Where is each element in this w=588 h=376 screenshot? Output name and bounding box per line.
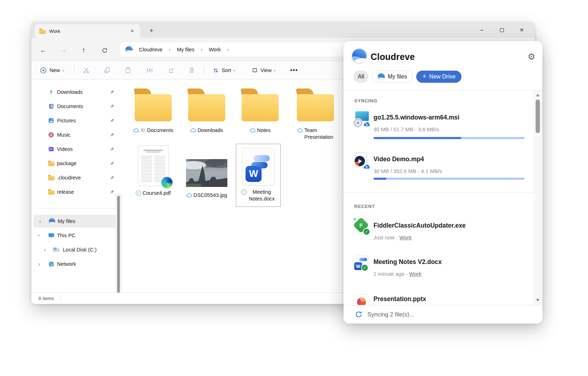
breadcrumb-work[interactable]: Work [207,46,223,54]
sidebar-scrollbar[interactable] [115,194,122,304]
rename-button[interactable] [143,61,157,80]
sort-button[interactable]: Sort › [209,61,239,80]
scroll-down-arrow[interactable] [536,299,540,301]
refresh-button[interactable] [98,45,110,56]
sidebar-item-my-files[interactable]: › My files [31,214,129,228]
sidebar-item-downloads[interactable]: Downloads [31,85,129,99]
cloudreve-drive-icon [378,73,385,80]
back-button[interactable]: ← [37,45,49,56]
sync-progress-icon [355,311,362,318]
sidebar-item-network[interactable]: › Network [31,257,129,271]
chevron-right-icon[interactable]: › [44,247,46,253]
more-options-button[interactable]: ••• [288,61,300,80]
copy-button[interactable] [100,61,114,80]
folder-tile-notes[interactable]: Notes [233,88,287,134]
chevron-down-icon[interactable]: › [36,235,42,237]
items-count: 8 items [38,296,54,301]
folder-icon [48,189,55,195]
paste-button[interactable] [121,61,135,80]
new-button[interactable]: New › [36,61,68,80]
recent-item-location-link[interactable]: Work [409,271,422,277]
new-drive-button[interactable]: + New Drive [416,71,461,83]
tab-work[interactable]: Work ✕ [35,24,140,38]
synced-check-badge: ✓ [361,264,368,271]
panel-scrollbar-thumb[interactable] [536,100,540,133]
tab-close-icon[interactable]: ✕ [129,28,136,34]
tab-title: Work [49,29,129,34]
file-name: Meeting Notes.docx [248,189,276,202]
file-tile-meeting-notes-docx[interactable]: W ✓ Meeting Notes.docx [232,144,285,202]
share-icon [167,67,175,74]
chevron-right-icon[interactable]: › [38,261,40,267]
chevron-right-icon[interactable]: › [39,218,41,224]
cut-button[interactable] [79,61,93,80]
sidebar-item-package[interactable]: package [31,156,129,171]
progress-bar [373,137,525,139]
settings-gear-icon[interactable]: ⚙ [527,52,535,61]
sidebar-item-cloudreve-folder[interactable]: .cloudreve [31,171,129,185]
sidebar-item-music[interactable]: Music [31,128,129,142]
sidebar-label: Documents [57,103,83,109]
minimize-button[interactable]: – [472,22,492,38]
sidebar-label: Music [57,132,71,138]
recent-item-location-link[interactable]: Work [399,234,412,240]
sidebar-item-local-disk-c[interactable]: › Local Disk (C:) [31,243,129,257]
cloud-upload-badge [363,120,371,128]
delete-button[interactable] [185,61,199,80]
share-button[interactable] [164,61,178,80]
scroll-up-arrow[interactable] [536,94,540,96]
folder-tile-team-presentation[interactable]: Team Presentation [289,88,342,141]
folder-tile-documents[interactable]: Documents [127,88,180,134]
powerpoint-icon [353,294,370,305]
filter-my-files-chip[interactable]: My files [372,71,413,83]
view-label: View [261,67,272,73]
toolbar-divider [204,66,204,75]
music-icon [48,132,55,138]
progress-bar [373,178,525,180]
maximize-button[interactable] [492,22,512,38]
new-button-label: New [50,67,60,73]
recent-item-name: Meeting Notes V2.docx [373,258,442,266]
folder-tile-downloads[interactable]: Downloads [180,88,233,134]
folder-name: Notes [257,127,270,134]
refresh-icon [102,47,108,54]
sidebar-item-videos[interactable]: Videos [31,142,129,156]
view-button[interactable]: View › [248,61,279,80]
close-button[interactable]: ✕ [512,22,532,38]
sidebar-item-documents[interactable]: Documents [31,99,129,113]
synced-check-badge: ✓ [363,228,370,235]
word-doc-icon: W ✓ [353,255,371,273]
panel-title: Cloudreve [371,52,415,62]
sidebar-scrollbar-thumb[interactable] [117,196,120,304]
sidebar-item-release[interactable]: release [31,185,129,199]
sidebar-item-this-pc[interactable]: › This PC [31,228,129,243]
new-tab-button[interactable]: + [146,26,157,36]
file-tile-course4-pdf[interactable]: ✓ Course4.pdf [127,140,180,197]
sidebar-item-pictures[interactable]: Pictures [31,113,129,128]
breadcrumb-cloudreve[interactable]: Cloudreve [137,46,165,54]
local-disk-icon [53,247,60,253]
sidebar-label: This PC [57,233,76,238]
chevron-right-icon: › [169,47,170,52]
file-name: Course4.pdf [143,190,171,197]
maximize-icon [500,28,504,32]
forward-button[interactable]: → [57,45,69,56]
panel-scrollbar[interactable] [533,90,542,305]
recent-item-time: 1 minute ago · [373,271,409,277]
filter-all-chip[interactable]: All [354,71,368,83]
pin-icon [110,176,114,180]
up-button[interactable]: ↑ [78,45,90,56]
copy-icon [103,67,110,74]
paste-icon [124,67,131,74]
breadcrumb-my-files[interactable]: My files [175,46,196,54]
file-tile-dsc05543-jpg[interactable]: DSC05543.jpg [180,140,233,199]
cloudreve-sync-panel: Cloudreve ⚙ All My files + New Drive SYN… [344,41,542,324]
photo-thumbnail [186,159,227,187]
pin-icon [110,190,114,194]
navigation-pane: Downloads Documents Pictures [31,80,129,293]
progress-bar-fill [373,178,386,180]
video-file-icon [353,152,370,170]
cut-icon [83,67,90,74]
new-drive-label: New Drive [429,73,455,80]
footer-status-text: Syncing 2 file(s)... [367,311,414,318]
